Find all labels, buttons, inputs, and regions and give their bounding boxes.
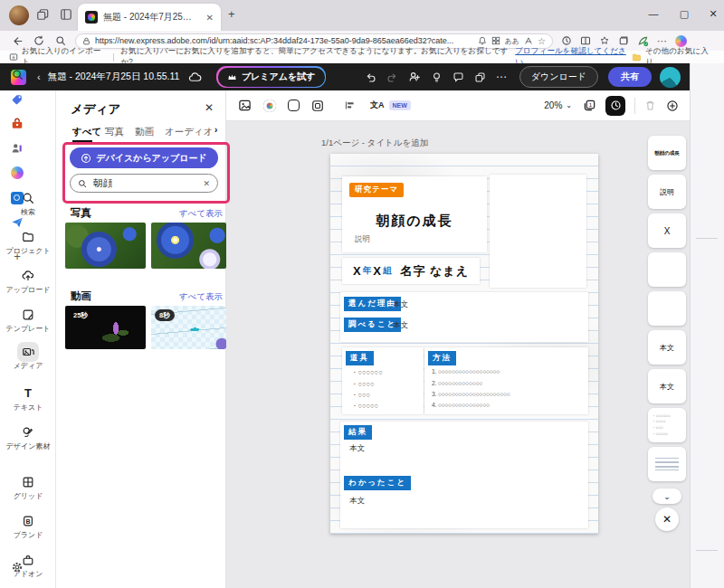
- element-card-text-lines[interactable]: [648, 447, 686, 481]
- shape-icon[interactable]: [288, 100, 300, 111]
- translate-icon[interactable]: 文A: [370, 100, 385, 111]
- clear-search-icon[interactable]: ✕: [203, 179, 210, 188]
- research-body[interactable]: 本文: [393, 320, 408, 331]
- document-title[interactable]: 無題 - 2024年7月25日 10.55.11: [48, 71, 180, 83]
- align-icon[interactable]: [344, 100, 356, 111]
- sidebar-item-grid[interactable]: グリッド: [0, 474, 56, 501]
- tab-close-icon[interactable]: ✕: [206, 13, 214, 23]
- name-card[interactable]: X 年 X 組 名字 なまえ: [342, 258, 480, 284]
- new-tab-button[interactable]: +: [228, 7, 235, 21]
- sidebar-shopping-icon[interactable]: [0, 93, 34, 106]
- address-search-icon[interactable]: [55, 35, 66, 46]
- browser-tab-active[interactable]: 無題 - 2024年7月25日 10.55.11 ✕: [78, 4, 221, 31]
- share-button[interactable]: 共有: [608, 67, 652, 87]
- tools-card[interactable]: 道具 ・○○○○○○ ・○○○○ ・○○○ ・○○○○○: [342, 347, 424, 414]
- settings-gear-icon[interactable]: [0, 561, 34, 574]
- result-body[interactable]: 本文: [349, 443, 365, 454]
- sidebar-search-icon[interactable]: [0, 69, 34, 81]
- title-card[interactable]: 研究テーマ 朝顔の成長 説明: [342, 176, 487, 252]
- sidebar-copilot-icon[interactable]: [0, 166, 34, 179]
- findings-body[interactable]: 本文: [349, 496, 365, 507]
- sidebar-add-icon[interactable]: +: [0, 250, 34, 263]
- invite-people-icon[interactable]: [408, 71, 421, 83]
- window-minimize-button[interactable]: —: [644, 8, 662, 19]
- element-card-body[interactable]: 本文: [648, 330, 686, 365]
- premium-trial-button[interactable]: プレミアムを試す: [216, 66, 326, 88]
- undo-icon[interactable]: [365, 71, 376, 83]
- read-aloud-icon[interactable]: ああ: [505, 36, 519, 46]
- media-search-input[interactable]: [91, 177, 198, 190]
- alerts-icon[interactable]: [478, 36, 487, 45]
- sidebar-profile-edit-icon[interactable]: [0, 142, 34, 155]
- browser-more-icon[interactable]: ⋯: [657, 35, 667, 47]
- reason-body[interactable]: 本文: [393, 299, 408, 310]
- browser-profile-avatar[interactable]: [9, 5, 29, 25]
- sidebar-item-design-assets[interactable]: デザイン素材: [0, 424, 56, 451]
- favorite-star-icon[interactable]: ☆: [538, 36, 546, 46]
- element-card-body[interactable]: 本文: [648, 369, 686, 403]
- video-thumbnail-fish-animation[interactable]: 8秒: [151, 306, 226, 349]
- results-section[interactable]: 結果 本文 わかったこと 本文: [340, 422, 588, 528]
- sidebar-item-brand[interactable]: B ブランド: [0, 513, 56, 540]
- tab-photos[interactable]: 写真: [105, 126, 124, 138]
- redo-icon[interactable]: [386, 71, 398, 83]
- media-panel-close-icon[interactable]: ✕: [205, 101, 214, 114]
- element-card-x[interactable]: X: [648, 213, 686, 248]
- strip-expand-button[interactable]: ⌄: [653, 488, 681, 504]
- element-card-empty[interactable]: [648, 291, 686, 326]
- apps-grid-icon[interactable]: [491, 36, 500, 45]
- element-card-empty[interactable]: [648, 252, 686, 287]
- tabs-scroll-chevron-icon[interactable]: ›: [214, 125, 217, 135]
- video-thumbnail-flower-bud[interactable]: 25秒: [65, 306, 146, 349]
- strip-close-button[interactable]: ✕: [655, 507, 679, 531]
- empty-card[interactable]: [490, 175, 586, 288]
- schedule-button[interactable]: [605, 96, 625, 116]
- sidebar-tools-icon[interactable]: [0, 118, 34, 130]
- sidebar-item-templates[interactable]: テンプレート: [0, 307, 56, 334]
- insert-image-icon[interactable]: [238, 99, 252, 112]
- reason-section[interactable]: 選んだ理由 本文 調べること 本文: [340, 292, 588, 342]
- zoom-chevron-down-icon[interactable]: ⌄: [566, 101, 572, 109]
- element-card-bullet-list[interactable]: ・○○○○○○ ・○○○○ ・○○○ ・○○○○○: [648, 408, 686, 442]
- sidebar-drop-icon[interactable]: [0, 216, 34, 229]
- tab-all[interactable]: すべて: [72, 126, 101, 138]
- description-placeholder[interactable]: 説明: [355, 234, 370, 245]
- upload-from-device-button[interactable]: デバイスからアップロード: [70, 147, 218, 168]
- duplicate-pages-icon[interactable]: [474, 71, 486, 83]
- tab-videos[interactable]: 動画: [135, 126, 154, 138]
- sidebar-item-upload[interactable]: アップロード: [0, 268, 56, 295]
- back-chevron-icon[interactable]: ‹: [37, 71, 41, 82]
- user-avatar[interactable]: [660, 67, 681, 88]
- back-icon[interactable]: [11, 35, 23, 47]
- tab-audio[interactable]: オーディオ: [165, 126, 212, 138]
- browser-essentials-icon[interactable]: [637, 35, 649, 47]
- pages-icon[interactable]: 1: [583, 99, 596, 112]
- element-card-title[interactable]: 朝顔の成長: [648, 136, 686, 170]
- window-close-button[interactable]: ✕: [704, 8, 722, 20]
- collections-icon[interactable]: [618, 35, 629, 46]
- delete-icon[interactable]: [644, 100, 656, 111]
- frame-icon[interactable]: [311, 100, 324, 112]
- photo-thumbnail-morning-glory-2[interactable]: [151, 223, 226, 269]
- document-page[interactable]: 研究テーマ 朝顔の成長 説明 X 年 X 組 名字 なまえ 選んだ理由 本文 調…: [330, 154, 598, 534]
- videos-see-all-link[interactable]: すべて表示: [179, 291, 223, 303]
- appbar-more-icon[interactable]: ⋯: [496, 71, 507, 83]
- refresh-icon[interactable]: [33, 35, 44, 46]
- color-wheel-icon[interactable]: [263, 100, 276, 112]
- photos-see-all-link[interactable]: すべて表示: [179, 208, 223, 220]
- split-screen-icon[interactable]: [580, 35, 591, 46]
- vertical-tabs-icon[interactable]: [60, 8, 72, 21]
- history-icon[interactable]: [561, 35, 572, 46]
- sidebar-item-text[interactable]: T テキスト: [0, 385, 56, 413]
- immersive-reader-icon[interactable]: [524, 36, 533, 45]
- suggestions-icon[interactable]: [431, 71, 443, 83]
- zoom-level-value[interactable]: 20%: [544, 100, 562, 110]
- document-main-title[interactable]: 朝顔の成長: [342, 213, 487, 230]
- page-label[interactable]: 1/1ページ - タイトルを追加: [321, 138, 428, 149]
- tab-groups-icon[interactable]: [36, 8, 49, 21]
- window-maximize-button[interactable]: ▢: [675, 8, 693, 20]
- sidebar-item-media[interactable]: メディア: [0, 344, 56, 371]
- comment-icon[interactable]: [452, 71, 464, 83]
- method-card[interactable]: 方法 1. ○○○○○○○○○○○○○○○○○○ 2. ○○○○○○○○○○○○…: [424, 347, 588, 414]
- favorites-list-icon[interactable]: [599, 35, 610, 46]
